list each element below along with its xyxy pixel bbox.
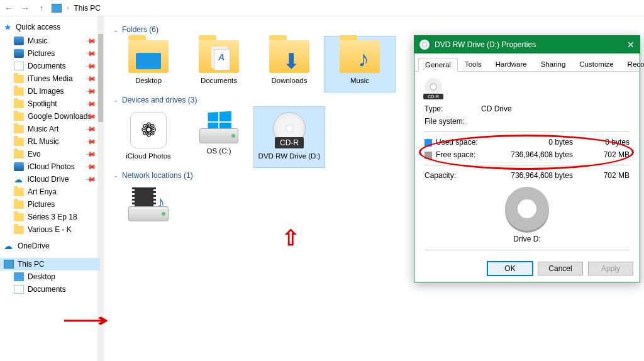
- cloud-icon: ☁: [14, 175, 24, 184]
- pin-icon: 📌: [84, 160, 96, 172]
- star-icon: ★: [4, 22, 12, 32]
- sidebar-item[interactable]: Various E - K: [0, 223, 100, 236]
- sidebar-item[interactable]: Pictures: [0, 198, 100, 211]
- capacity-human: 702 MB: [586, 171, 630, 180]
- capacity-bytes: 736,964,608 bytes: [481, 171, 586, 180]
- pin-icon: 📌: [84, 123, 96, 135]
- sidebar-documents[interactable]: Documents: [0, 283, 100, 296]
- sidebar-item[interactable]: Music Art📌: [0, 123, 100, 135]
- folders-section-header[interactable]: ⌄ Folders (6): [113, 25, 636, 34]
- filesystem-label: File system:: [425, 117, 481, 126]
- sidebar-item[interactable]: Art Enya: [0, 186, 100, 198]
- drive-icloud-photos[interactable]: ❁ iCloud Photos: [113, 107, 184, 167]
- sidebar-item[interactable]: DL Images📌: [0, 85, 100, 97]
- quick-access-header[interactable]: ★ Quick access: [0, 20, 100, 35]
- folders-title: Folders (6): [122, 25, 158, 34]
- tab-recording[interactable]: Recording: [621, 57, 644, 71]
- pin-icon: 📌: [84, 60, 96, 72]
- sidebar-item[interactable]: Documents📌: [0, 60, 100, 72]
- folder-icon: [14, 75, 24, 83]
- network-title: Network locations (1): [122, 171, 193, 180]
- desktop-icon: [14, 272, 24, 281]
- ok-button[interactable]: OK: [487, 262, 533, 275]
- drive-dvd-rw[interactable]: CD-R DVD RW Drive (D:): [254, 107, 325, 167]
- pin-icon: 📌: [84, 85, 96, 97]
- sidebar-desktop[interactable]: Desktop: [0, 270, 100, 283]
- annotation-oval-icon: [419, 135, 634, 170]
- sidebar-item[interactable]: Evo📌: [0, 148, 100, 160]
- navigation-pane: ★ Quick access Music📌Pictures📌Documents📌…: [0, 16, 101, 361]
- folder-icon: [14, 113, 24, 121]
- dialog-title: DVD RW Drive (D:) Properties: [435, 40, 536, 49]
- sidebar-item[interactable]: iTunes Media📌: [0, 72, 100, 85]
- sidebar-item-label: iCloud Photos: [28, 162, 75, 171]
- cdr-badge: CD-R: [275, 137, 304, 148]
- nav-up-icon[interactable]: ↑: [35, 3, 48, 13]
- tab-customize[interactable]: Customize: [572, 57, 620, 71]
- tab-hardware[interactable]: Hardware: [489, 57, 534, 71]
- sidebar-item-label: Music Art: [28, 125, 58, 133]
- folder-icon: [14, 87, 24, 96]
- quick-access-label: Quick access: [16, 23, 60, 31]
- cdr-icon: [425, 78, 442, 96]
- sidebar-this-pc[interactable]: This PC: [0, 258, 100, 270]
- this-pc-icon: [4, 260, 14, 269]
- drives-title: Devices and drives (3): [122, 96, 197, 104]
- folder-label: Downloads: [257, 77, 322, 86]
- sidebar-item-label: Pictures: [28, 200, 55, 209]
- capacity-pie-icon: [505, 187, 549, 231]
- nav-back-icon[interactable]: ←: [3, 3, 15, 13]
- sidebar-item-label: Google Downloads: [28, 112, 91, 121]
- sidebar-item-label: DL Images: [28, 87, 64, 96]
- drive-os-c[interactable]: OS (C:): [184, 107, 254, 167]
- pin-icon: 📌: [84, 148, 96, 160]
- sidebar-item[interactable]: iCloud Photos📌: [0, 160, 100, 173]
- folder-label: Documents: [186, 77, 252, 86]
- folder-desktop[interactable]: Desktop: [113, 36, 184, 92]
- sidebar-item[interactable]: Google Downloads📌: [0, 110, 100, 123]
- folder-music[interactable]: ♪ Music: [325, 36, 395, 92]
- folder-label: Desktop: [116, 77, 181, 86]
- sidebar-item[interactable]: Series 3 Ep 18: [0, 211, 100, 223]
- chevron-down-icon: ⌄: [113, 26, 118, 33]
- breadcrumb-location[interactable]: This PC: [74, 4, 101, 13]
- sidebar-item-label: Music: [28, 36, 47, 45]
- folder-documents[interactable]: Documents: [184, 36, 254, 92]
- annotation-arrow-icon: ⟶: [63, 310, 108, 331]
- sidebar-item-label: iTunes Media: [28, 74, 73, 83]
- tab-tools[interactable]: Tools: [458, 57, 489, 71]
- dialog-tabs: GeneralToolsHardwareSharingCustomizeReco…: [414, 53, 640, 72]
- sidebar-item[interactable]: Pictures📌: [0, 47, 100, 60]
- folder-icon: [14, 213, 24, 221]
- this-pc-label: This PC: [18, 260, 45, 269]
- pin-icon: 📌: [84, 47, 96, 59]
- folder-downloads[interactable]: ⬇ Downloads: [254, 36, 325, 92]
- onedrive-label: OneDrive: [18, 242, 50, 250]
- onedrive-header[interactable]: ☁ OneDrive: [0, 240, 100, 253]
- chevron-down-icon: ⌄: [113, 172, 118, 179]
- network-location[interactable]: ♪: [113, 182, 184, 228]
- chevron-right-icon[interactable]: ›: [67, 4, 69, 11]
- pin-icon: 📌: [84, 35, 96, 47]
- sidebar-item[interactable]: Spotlight📌: [0, 97, 100, 110]
- documents-icon: [14, 285, 24, 294]
- cancel-button[interactable]: Cancel: [538, 262, 583, 275]
- apply-button[interactable]: Apply: [588, 262, 633, 275]
- documents-label: Documents: [28, 285, 66, 294]
- folder-icon: [14, 226, 24, 234]
- nav-fwd-icon[interactable]: →: [19, 3, 31, 13]
- pic-icon: [14, 162, 24, 171]
- tab-general[interactable]: General: [418, 58, 458, 72]
- drive-d-label: Drive D:: [425, 235, 630, 243]
- sidebar-item[interactable]: RL Music📌: [0, 135, 100, 148]
- sidebar-item[interactable]: Music📌: [0, 35, 100, 47]
- sidebar-item-label: RL Music: [28, 137, 59, 146]
- this-pc-icon: [52, 4, 62, 13]
- tab-sharing[interactable]: Sharing: [534, 57, 573, 71]
- address-bar[interactable]: ← → ↑ › This PC: [0, 0, 644, 16]
- close-button[interactable]: ✕: [627, 40, 635, 50]
- folder-icon: [14, 125, 24, 133]
- dialog-titlebar[interactable]: DVD RW Drive (D:) Properties ✕: [414, 36, 640, 53]
- sidebar-item[interactable]: ☁iCloud Drive📌: [0, 173, 100, 186]
- desktop-label: Desktop: [28, 272, 55, 281]
